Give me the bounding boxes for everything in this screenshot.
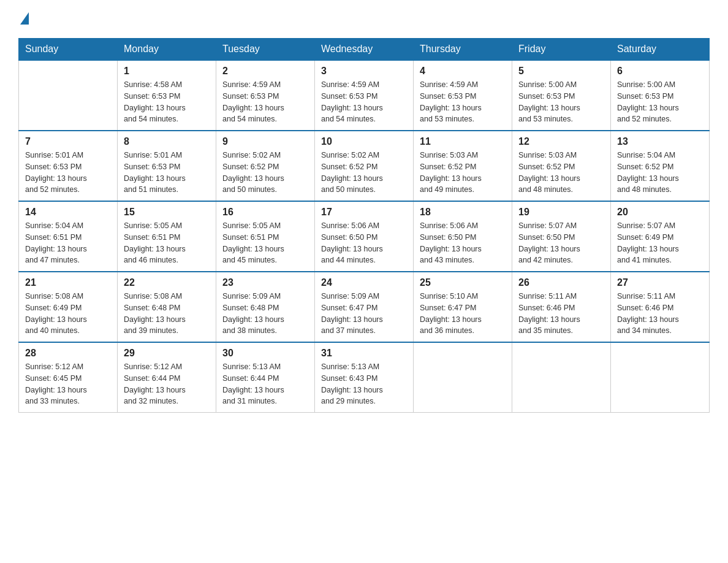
day-info: Sunrise: 5:04 AMSunset: 6:51 PMDaylight:… — [25, 220, 111, 266]
logo-triangle-icon — [20, 12, 29, 25]
weekday-header-tuesday: Tuesday — [216, 39, 315, 61]
calendar-cell: 6Sunrise: 5:00 AMSunset: 6:53 PMDaylight… — [611, 60, 710, 131]
calendar-cell: 13Sunrise: 5:04 AMSunset: 6:52 PMDayligh… — [611, 131, 710, 201]
day-info: Sunrise: 5:08 AMSunset: 6:48 PMDaylight:… — [124, 291, 210, 337]
calendar-cell: 30Sunrise: 5:13 AMSunset: 6:44 PMDayligh… — [216, 342, 315, 413]
weekday-header-thursday: Thursday — [414, 39, 512, 61]
day-number: 25 — [420, 277, 506, 288]
page-header — [18, 12, 710, 26]
day-number: 5 — [518, 66, 604, 77]
day-info: Sunrise: 5:03 AMSunset: 6:52 PMDaylight:… — [420, 150, 506, 196]
day-info: Sunrise: 5:06 AMSunset: 6:50 PMDaylight:… — [321, 220, 407, 266]
calendar-week-row: 28Sunrise: 5:12 AMSunset: 6:45 PMDayligh… — [19, 342, 710, 413]
day-info: Sunrise: 5:09 AMSunset: 6:48 PMDaylight:… — [222, 291, 308, 337]
day-number: 24 — [321, 277, 407, 288]
calendar-cell: 26Sunrise: 5:11 AMSunset: 6:46 PMDayligh… — [512, 272, 611, 342]
day-number: 2 — [222, 66, 308, 77]
calendar-cell — [611, 342, 710, 413]
day-number: 7 — [25, 136, 111, 147]
day-info: Sunrise: 5:06 AMSunset: 6:50 PMDaylight:… — [420, 220, 506, 266]
calendar-week-row: 7Sunrise: 5:01 AMSunset: 6:53 PMDaylight… — [19, 131, 710, 201]
day-info: Sunrise: 4:59 AMSunset: 6:53 PMDaylight:… — [222, 79, 308, 125]
day-number: 9 — [222, 136, 308, 147]
calendar-cell: 1Sunrise: 4:58 AMSunset: 6:53 PMDaylight… — [118, 60, 216, 131]
day-number: 11 — [420, 136, 506, 147]
day-info: Sunrise: 4:58 AMSunset: 6:53 PMDaylight:… — [124, 79, 210, 125]
calendar-cell — [512, 342, 611, 413]
day-info: Sunrise: 5:01 AMSunset: 6:53 PMDaylight:… — [124, 150, 210, 196]
calendar-cell: 4Sunrise: 4:59 AMSunset: 6:53 PMDaylight… — [414, 60, 512, 131]
day-number: 6 — [617, 66, 703, 77]
calendar-cell: 17Sunrise: 5:06 AMSunset: 6:50 PMDayligh… — [315, 201, 414, 272]
day-number: 19 — [518, 207, 604, 218]
calendar-cell: 8Sunrise: 5:01 AMSunset: 6:53 PMDaylight… — [118, 131, 216, 201]
day-info: Sunrise: 5:13 AMSunset: 6:44 PMDaylight:… — [222, 361, 308, 407]
day-number: 10 — [321, 136, 407, 147]
day-info: Sunrise: 5:12 AMSunset: 6:44 PMDaylight:… — [124, 361, 210, 407]
day-info: Sunrise: 5:07 AMSunset: 6:49 PMDaylight:… — [617, 220, 703, 266]
day-info: Sunrise: 5:05 AMSunset: 6:51 PMDaylight:… — [222, 220, 308, 266]
weekday-header-sunday: Sunday — [19, 39, 118, 61]
day-number: 22 — [124, 277, 210, 288]
day-info: Sunrise: 5:10 AMSunset: 6:47 PMDaylight:… — [420, 291, 506, 337]
day-info: Sunrise: 5:02 AMSunset: 6:52 PMDaylight:… — [321, 150, 407, 196]
day-info: Sunrise: 5:08 AMSunset: 6:49 PMDaylight:… — [25, 291, 111, 337]
calendar-cell: 5Sunrise: 5:00 AMSunset: 6:53 PMDaylight… — [512, 60, 611, 131]
day-info: Sunrise: 5:02 AMSunset: 6:52 PMDaylight:… — [222, 150, 308, 196]
day-number: 18 — [420, 207, 506, 218]
day-info: Sunrise: 4:59 AMSunset: 6:53 PMDaylight:… — [420, 79, 506, 125]
day-number: 31 — [321, 348, 407, 359]
weekday-header-row: SundayMondayTuesdayWednesdayThursdayFrid… — [19, 39, 710, 61]
calendar-cell: 3Sunrise: 4:59 AMSunset: 6:53 PMDaylight… — [315, 60, 414, 131]
day-info: Sunrise: 5:13 AMSunset: 6:43 PMDaylight:… — [321, 361, 407, 407]
calendar-week-row: 21Sunrise: 5:08 AMSunset: 6:49 PMDayligh… — [19, 272, 710, 342]
calendar-cell: 10Sunrise: 5:02 AMSunset: 6:52 PMDayligh… — [315, 131, 414, 201]
day-number: 16 — [222, 207, 308, 218]
day-info: Sunrise: 5:07 AMSunset: 6:50 PMDaylight:… — [518, 220, 604, 266]
calendar-cell: 15Sunrise: 5:05 AMSunset: 6:51 PMDayligh… — [118, 201, 216, 272]
day-info: Sunrise: 5:12 AMSunset: 6:45 PMDaylight:… — [25, 361, 111, 407]
logo — [18, 12, 29, 26]
day-info: Sunrise: 5:11 AMSunset: 6:46 PMDaylight:… — [617, 291, 703, 337]
calendar-cell: 11Sunrise: 5:03 AMSunset: 6:52 PMDayligh… — [414, 131, 512, 201]
calendar-cell: 21Sunrise: 5:08 AMSunset: 6:49 PMDayligh… — [19, 272, 118, 342]
calendar-week-row: 14Sunrise: 5:04 AMSunset: 6:51 PMDayligh… — [19, 201, 710, 272]
day-number: 30 — [222, 348, 308, 359]
calendar-cell: 24Sunrise: 5:09 AMSunset: 6:47 PMDayligh… — [315, 272, 414, 342]
calendar-cell: 19Sunrise: 5:07 AMSunset: 6:50 PMDayligh… — [512, 201, 611, 272]
day-number: 17 — [321, 207, 407, 218]
day-number: 15 — [124, 207, 210, 218]
day-number: 4 — [420, 66, 506, 77]
calendar-table: SundayMondayTuesdayWednesdayThursdayFrid… — [18, 38, 710, 413]
day-number: 21 — [25, 277, 111, 288]
day-number: 20 — [617, 207, 703, 218]
day-info: Sunrise: 5:04 AMSunset: 6:52 PMDaylight:… — [617, 150, 703, 196]
calendar-cell: 20Sunrise: 5:07 AMSunset: 6:49 PMDayligh… — [611, 201, 710, 272]
day-info: Sunrise: 5:00 AMSunset: 6:53 PMDaylight:… — [617, 79, 703, 125]
day-number: 27 — [617, 277, 703, 288]
weekday-header-wednesday: Wednesday — [315, 39, 414, 61]
day-info: Sunrise: 5:11 AMSunset: 6:46 PMDaylight:… — [518, 291, 604, 337]
calendar-cell: 7Sunrise: 5:01 AMSunset: 6:53 PMDaylight… — [19, 131, 118, 201]
calendar-cell: 23Sunrise: 5:09 AMSunset: 6:48 PMDayligh… — [216, 272, 315, 342]
day-number: 29 — [124, 348, 210, 359]
calendar-cell: 25Sunrise: 5:10 AMSunset: 6:47 PMDayligh… — [414, 272, 512, 342]
calendar-cell — [414, 342, 512, 413]
day-info: Sunrise: 5:01 AMSunset: 6:53 PMDaylight:… — [25, 150, 111, 196]
calendar-week-row: 1Sunrise: 4:58 AMSunset: 6:53 PMDaylight… — [19, 60, 710, 131]
calendar-cell: 12Sunrise: 5:03 AMSunset: 6:52 PMDayligh… — [512, 131, 611, 201]
day-info: Sunrise: 5:09 AMSunset: 6:47 PMDaylight:… — [321, 291, 407, 337]
day-number: 12 — [518, 136, 604, 147]
day-info: Sunrise: 5:05 AMSunset: 6:51 PMDaylight:… — [124, 220, 210, 266]
calendar-cell: 28Sunrise: 5:12 AMSunset: 6:45 PMDayligh… — [19, 342, 118, 413]
day-number: 3 — [321, 66, 407, 77]
calendar-cell: 9Sunrise: 5:02 AMSunset: 6:52 PMDaylight… — [216, 131, 315, 201]
day-number: 23 — [222, 277, 308, 288]
weekday-header-friday: Friday — [512, 39, 611, 61]
weekday-header-monday: Monday — [118, 39, 216, 61]
day-number: 26 — [518, 277, 604, 288]
day-info: Sunrise: 5:00 AMSunset: 6:53 PMDaylight:… — [518, 79, 604, 125]
day-number: 14 — [25, 207, 111, 218]
calendar-cell: 14Sunrise: 5:04 AMSunset: 6:51 PMDayligh… — [19, 201, 118, 272]
calendar-cell: 2Sunrise: 4:59 AMSunset: 6:53 PMDaylight… — [216, 60, 315, 131]
